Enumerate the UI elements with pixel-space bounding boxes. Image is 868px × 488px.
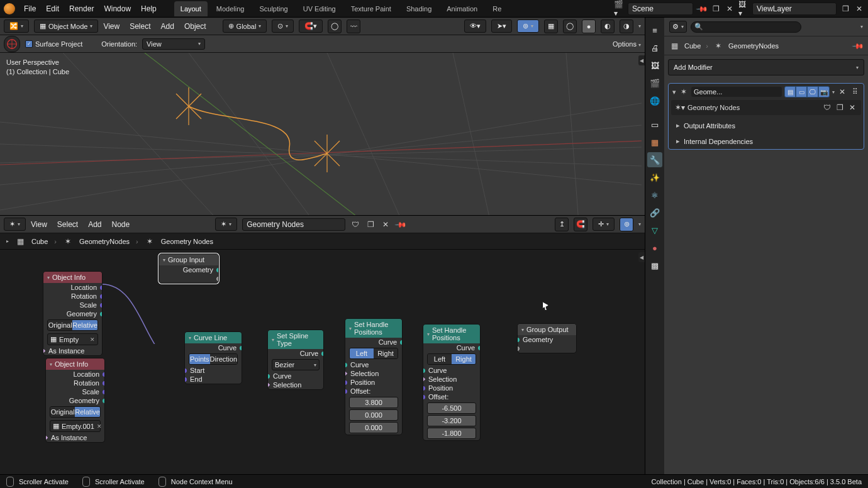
mode-dropdown[interactable]: ▦ Object Mode ▾ bbox=[34, 19, 98, 33]
mod-display-toggles[interactable]: ▤ ▭ 🖵 📷 bbox=[784, 86, 830, 97]
node-set-spline-type[interactable]: ▾Set Spline Type Curve Bezier▾ Curve Sel… bbox=[267, 330, 324, 390]
ne-select[interactable]: Select bbox=[57, 220, 78, 229]
ne-overlay-opts[interactable]: ▾ bbox=[638, 221, 641, 227]
viewlayer-input[interactable] bbox=[757, 4, 832, 13]
ptab-physics-icon[interactable]: ⚛ bbox=[647, 187, 662, 202]
menu-file[interactable]: File bbox=[24, 4, 36, 13]
options-dropdown[interactable]: Options ▾ bbox=[613, 40, 641, 48]
menu-window[interactable]: Window bbox=[104, 4, 131, 13]
tab-uv[interactable]: UV Editing bbox=[297, 1, 342, 16]
mod-render-icon[interactable]: 📷 bbox=[818, 86, 830, 97]
visibility-dropdown[interactable]: 👁▾ bbox=[464, 19, 486, 33]
ptab-particles-icon[interactable]: ✨ bbox=[647, 170, 662, 185]
ptab-output-icon[interactable]: 🖨 bbox=[647, 40, 662, 55]
snap-toggle[interactable]: 🧲▾ bbox=[299, 19, 323, 33]
scene-field[interactable] bbox=[628, 3, 693, 15]
add-modifier-dropdown[interactable]: Add Modifier▾ bbox=[668, 59, 864, 75]
shading-matprev-icon[interactable]: ◐ bbox=[601, 19, 615, 33]
ptab-constraints-icon[interactable]: 🔗 bbox=[647, 205, 662, 220]
prop-opts-icon[interactable]: ⚙▾ bbox=[669, 21, 687, 33]
ne-copy-icon[interactable]: ❐ bbox=[365, 219, 376, 230]
ne-pin-icon[interactable]: 📌 bbox=[394, 217, 408, 231]
tab-shading[interactable]: Shading bbox=[400, 1, 438, 16]
tab-modeling[interactable]: Modeling bbox=[210, 1, 251, 16]
ptab-data-icon[interactable]: ▽ bbox=[647, 223, 662, 238]
prop-pin-icon[interactable]: 📌 bbox=[851, 38, 865, 53]
ne-snap-opt[interactable]: ✛▾ bbox=[593, 218, 615, 231]
ptab-render-icon[interactable]: ≡ bbox=[647, 23, 662, 38]
node-object-info-2[interactable]: ▾Object Info Location Rotation Scale Geo… bbox=[45, 358, 105, 443]
mod-remove-icon[interactable]: ✕ bbox=[837, 87, 847, 97]
mod-editmode-icon[interactable]: ▤ bbox=[784, 86, 796, 97]
handle2-v2[interactable]: -1.800 bbox=[427, 428, 476, 439]
bc-mod[interactable]: GeometryNodes bbox=[79, 238, 130, 245]
node-set-handle-2[interactable]: ▾Set Handle Positions Curve LeftRight Cu… bbox=[423, 324, 481, 441]
mod-extra-icon[interactable]: ▾ bbox=[832, 89, 835, 95]
prop-search-input[interactable] bbox=[691, 21, 801, 33]
handle1-v1[interactable]: 0.000 bbox=[349, 409, 398, 421]
mod-collapse-icon[interactable]: ▾ bbox=[672, 88, 676, 96]
editor-type-dropdown[interactable]: 🔀▾ bbox=[4, 19, 29, 33]
ne-shield-icon[interactable]: 🛡 bbox=[350, 219, 360, 230]
vp-view[interactable]: View bbox=[103, 22, 120, 31]
obj2-object-field[interactable]: ▦Empty.001✕ bbox=[50, 420, 101, 432]
node-set-handle-1[interactable]: ▾Set Handle Positions Curve LeftRight Cu… bbox=[345, 318, 403, 435]
menu-help[interactable]: Help bbox=[141, 4, 157, 13]
bc-expand[interactable]: ▸ bbox=[6, 238, 9, 244]
mod-viewport-icon[interactable]: 🖵 bbox=[807, 86, 818, 97]
propedit-icon[interactable]: ◯ bbox=[328, 19, 342, 33]
vp-add[interactable]: Add bbox=[161, 22, 174, 31]
handle2-v0[interactable]: -6.500 bbox=[427, 402, 476, 414]
mod-name-field[interactable]: Geome... bbox=[691, 87, 782, 97]
mod-internal-deps[interactable]: ▸Internal Dependencies bbox=[669, 133, 864, 149]
ne-add[interactable]: Add bbox=[88, 220, 101, 229]
orient-dropdown[interactable]: ⊕ Global ▾ bbox=[223, 19, 267, 33]
scene-copy-icon[interactable]: ❐ bbox=[711, 4, 721, 14]
sidebar-toggle-icon[interactable]: ◀ bbox=[638, 55, 645, 65]
ne-view[interactable]: View bbox=[31, 220, 47, 229]
node-canvas[interactable]: ◀ ▾Group Input Geometry bbox=[0, 250, 645, 474]
bc-tree[interactable]: Geometry Nodes bbox=[161, 238, 213, 245]
scene-del-icon[interactable]: ✕ bbox=[725, 4, 735, 14]
prop-filter-icon[interactable]: ▾ bbox=[860, 24, 863, 30]
ne-parent-icon[interactable]: ↥ bbox=[555, 218, 569, 231]
mod-drag-icon[interactable]: ⠿ bbox=[850, 87, 860, 97]
shading-solid-icon[interactable]: ● bbox=[582, 19, 596, 33]
shading-wire-icon[interactable]: ◯ bbox=[563, 19, 577, 33]
ne-tree-browse[interactable]: ✶▾ bbox=[215, 218, 237, 231]
shading-opts-icon[interactable]: ▾ bbox=[638, 23, 641, 29]
annotate-tool-icon[interactable] bbox=[4, 36, 20, 52]
pin-icon[interactable]: 📌 bbox=[695, 1, 709, 16]
ptab-modifier-icon[interactable]: 🔧 bbox=[647, 152, 662, 167]
bc-obj[interactable]: Cube bbox=[31, 238, 48, 245]
obj1-object-field[interactable]: ▦Empty✕ bbox=[47, 333, 98, 345]
mod-tree-shield-icon[interactable]: 🛡 bbox=[822, 103, 832, 113]
handle1-v2[interactable]: 0.000 bbox=[349, 422, 398, 433]
ne-unlink-icon[interactable]: ✕ bbox=[381, 219, 391, 230]
pcrumb-grp[interactable]: GeometryNodes bbox=[728, 42, 779, 50]
viewlayer-copy-icon[interactable]: ❐ bbox=[840, 4, 850, 14]
viewport-grid[interactable] bbox=[0, 53, 645, 215]
modifier-panel[interactable]: ▾ ✶ Geome... ▤ ▭ 🖵 📷 ▾ ✕ ⠿ bbox=[668, 83, 864, 150]
menu-edit[interactable]: Edit bbox=[46, 4, 59, 13]
pcrumb-obj[interactable]: Cube bbox=[684, 42, 701, 50]
viewlayer-del-icon[interactable]: ✕ bbox=[854, 4, 864, 14]
propedit-curve-icon[interactable]: 〰 bbox=[347, 19, 360, 33]
mod-tree-copy-icon[interactable]: ❐ bbox=[835, 103, 845, 113]
ptab-texture-icon[interactable]: ▩ bbox=[647, 258, 662, 273]
vp-select[interactable]: Select bbox=[130, 22, 150, 31]
overlay-toggle[interactable]: ⊚ ▾ bbox=[517, 19, 539, 33]
node-curve-line[interactable]: ▾Curve Line Curve PointsDirection Start … bbox=[184, 331, 242, 384]
ptab-material-icon[interactable]: ● bbox=[647, 240, 662, 255]
viewlayer-browse-icon[interactable]: 🖼▾ bbox=[738, 4, 748, 14]
mod-tree-browse-icon[interactable]: ✶▾ bbox=[675, 103, 685, 113]
tab-anim[interactable]: Animation bbox=[440, 1, 484, 16]
mod-tree-input[interactable] bbox=[687, 104, 820, 111]
ne-overlay-toggle[interactable]: ⊚ bbox=[620, 218, 633, 231]
handle2-v1[interactable]: -3.200 bbox=[427, 415, 476, 426]
tab-texpaint[interactable]: Texture Paint bbox=[345, 1, 398, 16]
gizmo-dropdown[interactable]: ➤▾ bbox=[491, 19, 512, 33]
mod-output-attrs[interactable]: ▸Output Attributes bbox=[669, 118, 864, 133]
scene-input[interactable] bbox=[632, 4, 689, 13]
mod-tree-unlink-icon[interactable]: ✕ bbox=[847, 103, 857, 113]
